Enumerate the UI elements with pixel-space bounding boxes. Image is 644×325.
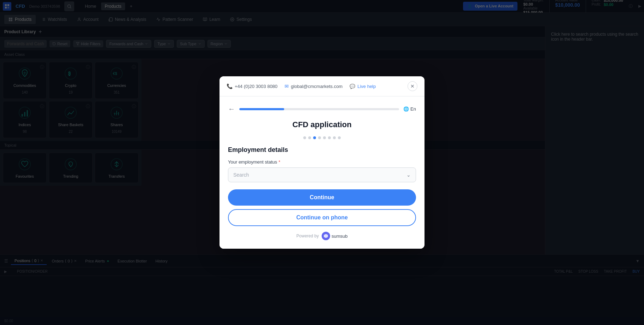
dropdown-chevron-icon: ⌄ bbox=[406, 172, 411, 178]
sumsub-icon bbox=[322, 232, 330, 240]
language-selector[interactable]: 🌐 En bbox=[403, 106, 416, 112]
modal-email: ✉ global@cmcmarkets.com bbox=[285, 83, 343, 89]
employment-status-placeholder: Search bbox=[233, 172, 249, 178]
dot-3 bbox=[313, 136, 316, 139]
dot-6 bbox=[328, 136, 331, 139]
required-indicator: * bbox=[279, 159, 280, 165]
dot-8 bbox=[338, 136, 341, 139]
live-help-btn[interactable]: 💬 Live help bbox=[350, 84, 376, 89]
employment-status-field: Your employment status * Search ⌄ bbox=[228, 159, 416, 182]
employment-section-title: Employment details bbox=[228, 146, 416, 154]
phone-icon: 📞 bbox=[227, 83, 233, 89]
globe-icon: 🌐 bbox=[403, 106, 409, 112]
dot-1 bbox=[303, 136, 306, 139]
cfd-application-modal: 📞 +44 (0)20 3003 8080 ✉ global@cmcmarket… bbox=[219, 76, 425, 249]
progress-bar-container bbox=[239, 108, 399, 110]
continue-phone-btn[interactable]: Continue on phone bbox=[228, 209, 416, 226]
progress-dots bbox=[228, 136, 416, 139]
modal-header: 📞 +44 (0)20 3003 8080 ✉ global@cmcmarket… bbox=[219, 76, 425, 96]
employment-status-dropdown[interactable]: Search ⌄ bbox=[228, 167, 416, 182]
modal-phone: 📞 +44 (0)20 3003 8080 bbox=[227, 83, 277, 89]
modal-contact-info: 📞 +44 (0)20 3003 8080 ✉ global@cmcmarket… bbox=[227, 83, 376, 89]
dot-7 bbox=[333, 136, 336, 139]
email-icon: ✉ bbox=[285, 83, 289, 89]
modal-body: ← 🌐 En CFD application bbox=[219, 96, 425, 249]
modal-progress-row: ← 🌐 En bbox=[228, 105, 416, 113]
progress-bar-fill bbox=[239, 108, 284, 110]
powered-by-section: Powered by sumsub bbox=[228, 232, 416, 240]
modal-close-btn[interactable]: ✕ bbox=[408, 81, 417, 91]
chat-icon: 💬 bbox=[350, 84, 355, 89]
continue-btn[interactable]: Continue bbox=[228, 189, 416, 206]
modal-overlay: 📞 +44 (0)20 3003 8080 ✉ global@cmcmarket… bbox=[0, 0, 644, 325]
employment-status-label: Your employment status * bbox=[228, 159, 416, 165]
dot-4 bbox=[318, 136, 321, 139]
sumsub-text: sumsub bbox=[332, 234, 348, 239]
modal-title: CFD application bbox=[228, 120, 416, 129]
modal-back-btn[interactable]: ← bbox=[228, 105, 235, 113]
dot-2 bbox=[308, 136, 311, 139]
dot-5 bbox=[323, 136, 326, 139]
sumsub-logo: sumsub bbox=[322, 232, 348, 240]
